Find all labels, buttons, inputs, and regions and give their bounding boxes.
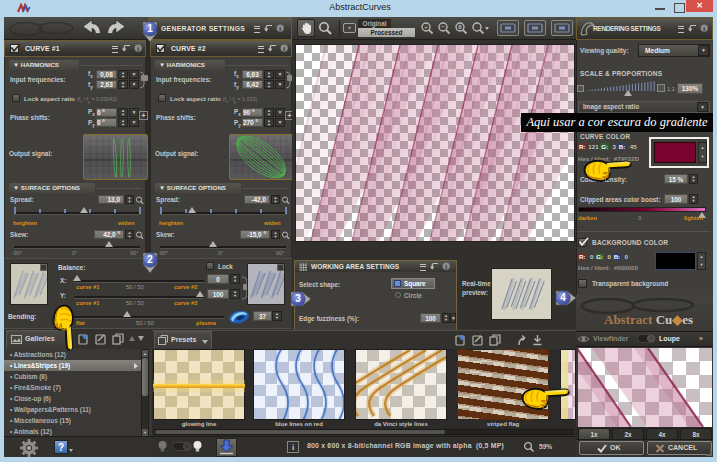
svg-text:1: 1 bbox=[147, 23, 153, 34]
svg-text:2: 2 bbox=[147, 254, 153, 265]
svg-text:3: 3 bbox=[295, 293, 301, 304]
svg-text:4: 4 bbox=[560, 292, 566, 303]
